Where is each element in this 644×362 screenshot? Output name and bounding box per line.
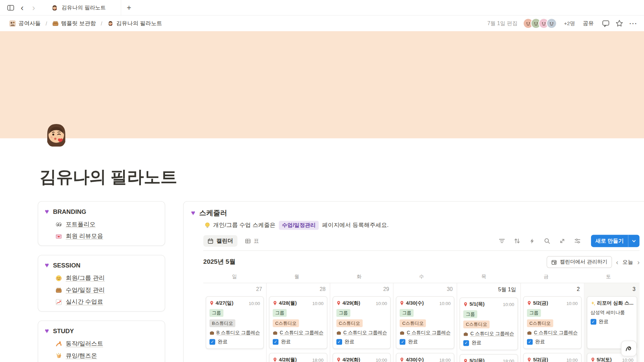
- calendar-event[interactable]: 4/29(화) 10:00 그룹: [333, 353, 391, 362]
- weekday-label: 화: [328, 274, 390, 281]
- scheduler-callout: 개인/그룹 수업 스케줄은 수업/일정관리 페이지에서 등록해주세요.: [204, 221, 640, 230]
- archive-box-icon: [52, 20, 59, 27]
- weekday-label: 토: [577, 274, 640, 281]
- new-entry-label[interactable]: 새로 만들기: [591, 235, 628, 247]
- relation-link[interactable]: B 스튜디오 그룹레슨: [209, 329, 260, 336]
- comments-icon[interactable]: [602, 19, 610, 27]
- tab-table-view[interactable]: 표: [240, 235, 263, 247]
- calendar-event[interactable]: 5/1(목) 18:00 그룹: [460, 354, 518, 362]
- study-card: ♥ STUDY 동작/일러스트 큐잉/핸즈온: [38, 320, 165, 362]
- pin-icon: [527, 357, 531, 362]
- schedule-page-link[interactable]: 수업/일정관리: [279, 221, 319, 230]
- done-checkbox[interactable]: ✓: [463, 340, 469, 346]
- calendar-event[interactable]: 5/2(금) 10:00 그룹 C스튜디오 C 스튜디오 그룹레슨 ✓: [523, 296, 582, 349]
- sidebar-link-tuition[interactable]: 실시간 수업료: [55, 296, 158, 308]
- tab-calendar-label: 캘린더: [216, 237, 233, 245]
- studio-tag: C스튜디오: [336, 319, 363, 327]
- chart-up-icon: [55, 299, 62, 305]
- more-options-button[interactable]: ⋯: [629, 18, 638, 28]
- calendar-event[interactable]: 5/1(목) 10:00 그룹 C스튜디오 C 스튜디오 그룹레슨 ✓: [460, 298, 518, 350]
- calendar-app-icon: [551, 259, 557, 265]
- branding-card: ♥ BRANDING 포트폴리오 회원 리뷰모음: [38, 201, 165, 246]
- weekday-label: 수: [390, 274, 453, 281]
- briefcase-icon: [463, 331, 468, 337]
- relation-link[interactable]: C 스튜디오 그룹레슨: [336, 329, 387, 336]
- card-title: SESSION: [53, 262, 80, 269]
- date-number: 27: [205, 283, 265, 293]
- studio-tag: C스튜디오: [273, 319, 299, 327]
- calendar-event[interactable]: 4/30(수) 10:00 그룹 C스튜디오 C 스튜디오 그룹레슨 ✓: [396, 296, 454, 349]
- session-card: ♥ SESSION 회원/그룹 관리 수업/일정 관리 실시간 수업료: [38, 255, 165, 311]
- sidebar-link-schedule[interactable]: 수업/일정 관리: [55, 284, 158, 296]
- member-avatar-stack[interactable]: [523, 18, 557, 29]
- new-tab-button[interactable]: +: [121, 2, 132, 13]
- pin-icon: [463, 302, 468, 307]
- calendar-event[interactable]: 5/2(금) 10:00 그룹: [523, 353, 582, 362]
- next-month-chevron[interactable]: ›: [637, 258, 640, 265]
- breadcrumb-current-page[interactable]: 김유나의 필라노트: [105, 18, 164, 28]
- caret-down-icon[interactable]: [629, 235, 640, 247]
- share-button[interactable]: 공유: [580, 18, 596, 29]
- calendar-event[interactable]: 4/28(월) 18:00 그룹: [269, 353, 327, 362]
- calendar-event[interactable]: 4/29(화) 10:00 그룹 C스튜디오 C 스튜디오 그룹레슨 ✓: [333, 296, 391, 349]
- done-checkbox[interactable]: ✓: [209, 339, 215, 345]
- done-checkbox[interactable]: ✓: [336, 339, 342, 345]
- date-number: 29: [332, 283, 391, 293]
- breadcrumb-template-archive[interactable]: 템플릿 보관함: [50, 18, 98, 28]
- done-checkbox[interactable]: ✓: [527, 339, 533, 345]
- search-icon[interactable]: [544, 238, 550, 244]
- breadcrumb-workspace[interactable]: 공여사들: [7, 18, 43, 28]
- breadcrumb-template-archive-label: 템플릿 보관함: [61, 20, 96, 27]
- today-button[interactable]: 오늘: [623, 258, 633, 266]
- page-tab[interactable]: 김유나의 필라노트: [45, 0, 121, 15]
- relation-link[interactable]: C 스튜디오 그룹레슨: [527, 329, 578, 336]
- purple-heart-icon: ♥: [45, 208, 49, 215]
- expand-icon[interactable]: [559, 238, 566, 244]
- studio-tag: B스튜디오: [209, 319, 235, 327]
- weekday-label: 일: [203, 274, 266, 281]
- view-toolbar: 새로 만들기: [498, 235, 640, 247]
- new-entry-button[interactable]: 새로 만들기: [591, 235, 640, 247]
- filter-icon[interactable]: [498, 238, 505, 244]
- sidebar-link-cueing[interactable]: 큐잉/핸즈온: [55, 350, 158, 362]
- callout-text: 개인/그룹 수업 스케줄은: [213, 222, 276, 229]
- relation-link[interactable]: C 스튜디오 그룹레슨: [463, 331, 514, 337]
- calendar-event[interactable]: 4/30(수) 18:00 그룹: [396, 353, 454, 362]
- sidebar-link-members[interactable]: 회원/그룹 관리: [55, 272, 158, 284]
- manage-in-calendar-label: 캘린더에서 관리하기: [560, 258, 607, 265]
- favorite-star-icon[interactable]: [615, 19, 623, 27]
- group-tag: 그룹: [527, 309, 541, 317]
- done-checkbox[interactable]: ✓: [273, 339, 278, 345]
- forward-button[interactable]: ›: [28, 2, 39, 13]
- calendar-event[interactable]: 4/28(월) 10:00 그룹 C스튜디오 C 스튜디오 그룹레슨 ✓: [269, 296, 327, 349]
- tab-calendar-view[interactable]: 캘린더: [203, 235, 237, 247]
- notion-window: ‹ › 김유나의 필라노트 + 공여사들 / 템플릿 보관함: [0, 0, 644, 362]
- purple-heart-icon: ♥: [191, 209, 195, 216]
- relation-link[interactable]: C 스튜디오 그룹레슨: [273, 329, 323, 336]
- pin-icon: [590, 357, 595, 362]
- prev-month-chevron[interactable]: ‹: [616, 258, 619, 265]
- done-checkbox[interactable]: ✓: [590, 319, 596, 324]
- briefcase-icon: [209, 330, 214, 335]
- extra-members-label[interactable]: +2명: [564, 20, 575, 27]
- sidebar-link-moves[interactable]: 동작/일러스트: [55, 338, 158, 350]
- ai-assistant-button[interactable]: [621, 341, 637, 356]
- relation-link[interactable]: C 스튜디오 그룹레슨: [400, 329, 450, 336]
- page-icon-memoji[interactable]: [40, 119, 72, 151]
- manage-in-calendar-button[interactable]: 캘린더에서 관리하기: [547, 256, 612, 268]
- done-checkbox[interactable]: ✓: [400, 339, 406, 345]
- automation-bolt-icon[interactable]: [529, 238, 535, 244]
- page-avatar: [107, 20, 114, 27]
- sort-icon[interactable]: [514, 238, 520, 244]
- settings-sliders-icon[interactable]: [574, 238, 581, 244]
- sidebar-toggle-icon[interactable]: [5, 2, 16, 13]
- view-tabs-row: 캘린더 표 새로 만들기: [203, 235, 640, 251]
- breadcrumb-separator: /: [46, 20, 47, 26]
- back-button[interactable]: ‹: [16, 2, 28, 13]
- calendar-event[interactable]: 4/27(일) 10:00 그룹 B스튜디오 B 스튜디오 그룹레슨 ✓: [206, 296, 264, 349]
- page-content: ♥ BRANDING 포트폴리오 회원 리뷰모음 ♥ SESSION: [38, 201, 605, 362]
- sidebar-link-portfolio[interactable]: 포트폴리오: [55, 218, 158, 230]
- calendar-icon: [207, 238, 213, 244]
- sidebar-link-reviews[interactable]: 회원 리뷰모음: [55, 230, 158, 242]
- member-avatar[interactable]: [546, 18, 557, 29]
